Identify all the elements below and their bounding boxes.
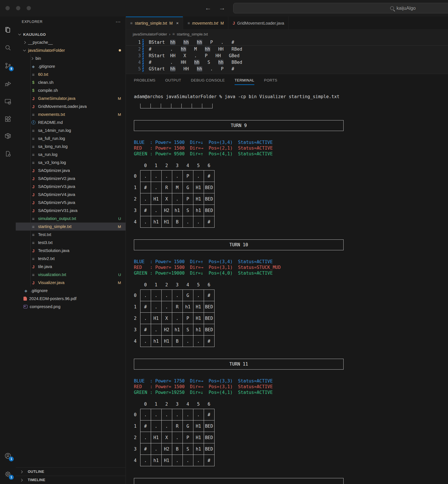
tree-item-Visualizer.java[interactable]: JVisualizer.javaM (16, 279, 126, 287)
file-label: test3.txt (38, 240, 53, 245)
panel-tab-ports[interactable]: PORTS (264, 74, 277, 86)
breadcrumb-folder[interactable]: javaSimulatorFolder (133, 32, 167, 36)
tree-item-SAOptimizerV5.java[interactable]: JSAOptimizerV5.java (16, 199, 126, 207)
tree-item-.gitignore[interactable]: ◆.gitignore (16, 287, 126, 295)
turn-header-box: TURN 9 (134, 120, 344, 131)
settings-gear-icon[interactable]: 1 (4, 470, 12, 478)
tree-item-movements.txt[interactable]: ≡movements.txtM (16, 110, 126, 118)
file-label: GridMovementLoader.java (38, 104, 87, 109)
code-line-5[interactable]: 5GStart hh HH hh . P # (126, 66, 448, 72)
code-line-2[interactable]: 2# . hh M hh HH RBed (126, 46, 448, 52)
remote-explorer-icon[interactable] (4, 98, 12, 105)
file-label: SAOptimizerV31.java (38, 208, 78, 213)
tree-item-compile.sh[interactable]: $compile.sh (16, 86, 126, 94)
tree-item-TestSolution.java[interactable]: JTestSolution.java (16, 247, 126, 255)
code-line-4[interactable]: 4# . HH hh S hh BBed (126, 59, 448, 66)
extensions-icon[interactable] (4, 115, 12, 123)
editor-code[interactable]: 1BStart hh hh hh P . #2# . hh M hh HH RB… (126, 38, 448, 74)
file-label: SAOptimizerV4.java (38, 192, 75, 197)
tree-item-compressed.png[interactable]: compressed.png (16, 303, 126, 311)
grid-cell: h1 (151, 336, 161, 347)
accounts-icon[interactable]: 1 (4, 452, 12, 460)
outline-section[interactable]: OUTLINE (16, 467, 126, 476)
tree-item-.gitignore[interactable]: ◆.gitignore (16, 62, 126, 70)
back-arrow[interactable]: ← (204, 4, 212, 12)
file-settings-icon[interactable] (4, 150, 12, 158)
grid-cell: # (204, 336, 214, 347)
tree-item-SAOptimizerV31.java[interactable]: JSAOptimizerV31.java (16, 207, 126, 215)
panel-tab-output[interactable]: OUTPUT (165, 74, 181, 86)
tree-folder-__pycache__[interactable]: __pycache__ (16, 38, 126, 46)
tree-item-GridMovementLoader.java[interactable]: JGridMovementLoader.java (16, 102, 126, 110)
file-label: 60.txt (38, 72, 48, 77)
tree-item-sa_14min_run.log[interactable]: ≡sa_14min_run.log (16, 126, 126, 134)
terminal-output[interactable]: adam@archos javaSimulatorFolder % java -… (126, 86, 448, 484)
traffic-light-minimize[interactable] (16, 6, 20, 10)
grid-cell: # (140, 443, 151, 455)
code-line-1[interactable]: 1BStart hh hh hh P . # (126, 39, 448, 46)
grid-cell: H1 (193, 182, 204, 193)
tree-item-sa_full_run.log[interactable]: ≡sa_full_run.log (16, 134, 126, 142)
run-debug-icon[interactable] (4, 80, 12, 87)
timeline-label: TIMELINE (28, 478, 45, 482)
command-center-searchbox[interactable]: kaijuAlgo (233, 3, 448, 13)
tree-folder-KAIJUALGO[interactable]: KAIJUALGO (16, 30, 126, 38)
col-header: 6 (204, 282, 214, 288)
tree-item-Test.txt[interactable]: ≡Test.txt (16, 231, 126, 239)
panel-tab-debug-console[interactable]: DEBUG CONSOLE (191, 74, 225, 86)
git-status-badge: M (118, 96, 121, 101)
panel-tab-terminal[interactable]: TERMINAL (235, 74, 254, 86)
tab-GridMovementLoader.java[interactable]: JGridMovementLoader.java (228, 17, 289, 29)
tree-item-README.md[interactable]: iREADME.md (16, 118, 126, 126)
breadcrumb[interactable]: javaSimulatorFolder › ≡ starting_simple.… (126, 30, 448, 38)
close-icon[interactable]: × (176, 21, 179, 25)
tree-item-60.txt[interactable]: ≡60.txt (16, 70, 126, 78)
code-line-3[interactable]: 3RStart HH X . P HH GBed (126, 52, 448, 59)
tree-folder-javaSimulatorFolder[interactable]: javaSimulatorFolder (16, 46, 126, 54)
tree-item-sa_long_run.log[interactable]: ≡sa_long_run.log (16, 142, 126, 150)
tree-item-SAOptimizerV4.java[interactable]: JSAOptimizerV4.java (16, 191, 126, 199)
txt-file-icon: ≡ (31, 160, 36, 165)
file-label: testv2.txt (38, 256, 55, 261)
col-header: 5 (193, 282, 204, 288)
tree-item-simulation_output.txt[interactable]: ≡simulation_output.txtU (16, 215, 126, 223)
source-control-icon[interactable]: 8 (4, 62, 12, 70)
grid-cell: X (161, 313, 172, 324)
panel-tab-problems[interactable]: PROBLEMS (134, 74, 155, 86)
tree-item-GameSimulator.java[interactable]: JGameSimulator.javaM (16, 94, 126, 102)
grid-cell: # (204, 409, 214, 420)
more-actions-icon[interactable]: ⋯ (116, 19, 121, 25)
tree-item-2024.EDM-posters.96.pdf[interactable]: 2024.EDM-posters.96.pdf (16, 295, 126, 303)
tab-movements.txt[interactable]: ≡movements.txtM (183, 17, 228, 29)
tree-item-testv2.txt[interactable]: ≡testv2.txt (16, 255, 126, 263)
line-text: # . HH hh S hh BBed (149, 60, 242, 65)
tree-item-starting_simple.txt[interactable]: ≡starting_simple.txtM (16, 223, 126, 231)
tree-item-SAOptimizerV3.java[interactable]: JSAOptimizerV3.java (16, 183, 126, 191)
chevron-down-icon (18, 33, 21, 35)
tree-item-sa_v3_long.log[interactable]: ≡sa_v3_long.log (16, 158, 126, 166)
chevron-right-icon (31, 57, 33, 60)
tree-folder-bin[interactable]: bin (16, 54, 126, 62)
tree-item-test3.txt[interactable]: ≡test3.txt (16, 239, 126, 247)
tree-item-clean.sh[interactable]: $clean.sh (16, 78, 126, 86)
traffic-light-zoom[interactable] (27, 6, 31, 10)
explorer-icon[interactable] (4, 26, 12, 34)
tree-item-sa_run.log[interactable]: ≡sa_run.log (16, 150, 126, 158)
timeline-section[interactable]: TIMELINE (16, 476, 126, 484)
tree-item-visualization.txt[interactable]: ≡visualization.txtU (16, 271, 126, 279)
breadcrumb-file[interactable]: starting_simple.txt (177, 32, 208, 36)
status-line-green: GREEN : Power= 9500 Dir=↑ Pos=(4,1) Stat… (134, 151, 448, 157)
grid-cell: h1 (193, 205, 204, 216)
editor-area: ≡starting_simple.txtM×≡movements.txtMJGr… (126, 17, 448, 484)
tree-item-tile.java[interactable]: Jtile.java (16, 263, 126, 271)
tree-item-SAOptimizerV2.java[interactable]: JSAOptimizerV2.java (16, 174, 126, 183)
line-text: # . hh M hh HH RBed (149, 47, 242, 52)
traffic-light-close[interactable] (5, 6, 10, 10)
tab-starting_simple.txt[interactable]: ≡starting_simple.txtM× (126, 17, 183, 29)
forward-arrow[interactable]: → (218, 4, 226, 12)
grid-cell: h1 (193, 324, 204, 336)
tree-item-SAOptimizer.java[interactable]: JSAOptimizer.java (16, 166, 126, 174)
grid-cell: . (151, 301, 161, 313)
containers-icon[interactable] (4, 132, 12, 140)
search-icon[interactable] (4, 44, 12, 51)
